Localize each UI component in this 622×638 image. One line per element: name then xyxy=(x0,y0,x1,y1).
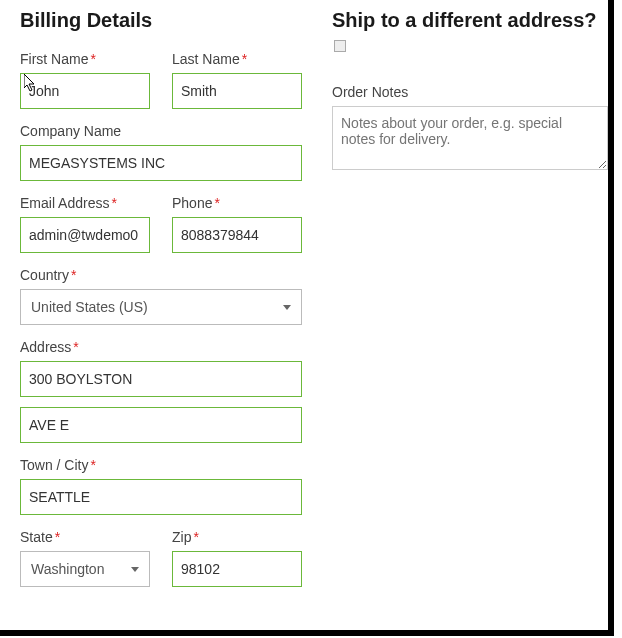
required-mark: * xyxy=(90,457,95,473)
required-mark: * xyxy=(193,529,198,545)
address-line1-input[interactable] xyxy=(20,361,302,397)
billing-column: Billing Details First Name* Last Name* C… xyxy=(20,8,302,630)
required-mark: * xyxy=(90,51,95,67)
zip-field: Zip* xyxy=(172,529,302,587)
required-mark: * xyxy=(71,267,76,283)
ship-different-checkbox[interactable] xyxy=(334,40,346,52)
company-field: Company Name xyxy=(20,123,302,181)
chevron-down-icon xyxy=(283,305,291,310)
first-name-label: First Name* xyxy=(20,51,150,67)
phone-field: Phone* xyxy=(172,195,302,253)
order-notes-textarea[interactable] xyxy=(332,106,608,170)
phone-label: Phone* xyxy=(172,195,302,211)
state-field: State* Washington xyxy=(20,529,150,587)
shipping-column: Ship to a different address? Order Notes xyxy=(332,8,608,630)
required-mark: * xyxy=(73,339,78,355)
state-selected: Washington xyxy=(31,561,104,577)
city-field: Town / City* xyxy=(20,457,302,515)
required-mark: * xyxy=(242,51,247,67)
zip-input[interactable] xyxy=(172,551,302,587)
first-name-input[interactable] xyxy=(20,73,150,109)
address-field: Address* xyxy=(20,339,302,443)
first-name-field: First Name* xyxy=(20,51,150,109)
last-name-input[interactable] xyxy=(172,73,302,109)
chevron-down-icon xyxy=(131,567,139,572)
billing-heading: Billing Details xyxy=(20,8,302,33)
required-mark: * xyxy=(55,529,60,545)
address-label: Address* xyxy=(20,339,302,355)
company-input[interactable] xyxy=(20,145,302,181)
country-label: Country* xyxy=(20,267,302,283)
city-label: Town / City* xyxy=(20,457,302,473)
state-select[interactable]: Washington xyxy=(20,551,150,587)
order-notes-label: Order Notes xyxy=(332,84,608,100)
company-label: Company Name xyxy=(20,123,302,139)
email-field: Email Address* xyxy=(20,195,150,253)
required-mark: * xyxy=(111,195,116,211)
country-select[interactable]: United States (US) xyxy=(20,289,302,325)
state-label: State* xyxy=(20,529,150,545)
zip-label: Zip* xyxy=(172,529,302,545)
email-input[interactable] xyxy=(20,217,150,253)
city-input[interactable] xyxy=(20,479,302,515)
address-line2-input[interactable] xyxy=(20,407,302,443)
country-selected: United States (US) xyxy=(31,299,148,315)
last-name-label: Last Name* xyxy=(172,51,302,67)
last-name-field: Last Name* xyxy=(172,51,302,109)
phone-input[interactable] xyxy=(172,217,302,253)
email-label: Email Address* xyxy=(20,195,150,211)
country-field: Country* United States (US) xyxy=(20,267,302,325)
required-mark: * xyxy=(214,195,219,211)
shipping-heading: Ship to a different address? xyxy=(332,9,596,56)
